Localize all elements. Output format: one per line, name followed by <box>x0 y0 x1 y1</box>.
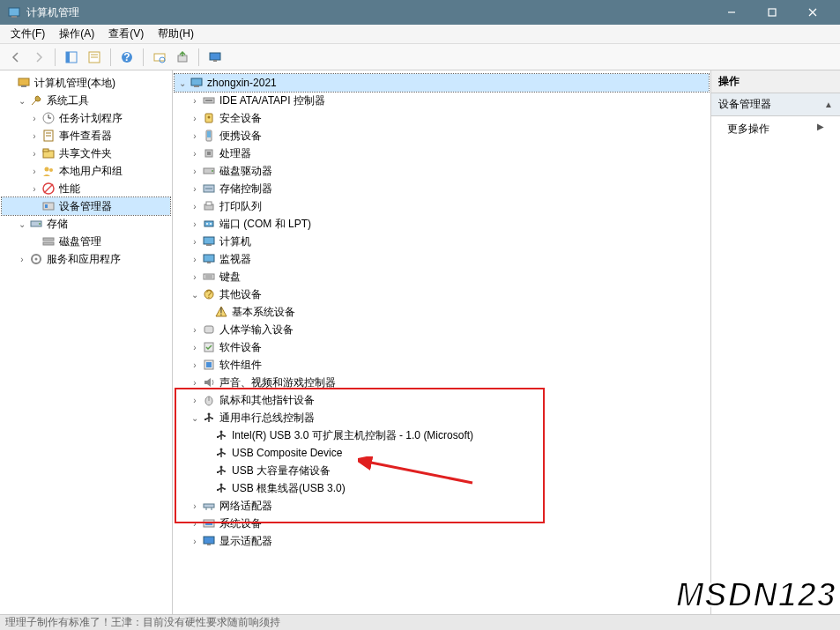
left-tree-row[interactable]: ›本地用户和组 <box>2 162 170 180</box>
monitor-button[interactable] <box>204 47 226 68</box>
left-tree-row[interactable]: 计算机管理(本地) <box>2 74 170 92</box>
center-tree-row[interactable]: ›存储控制器 <box>175 180 709 197</box>
actions-pane: 操作 设备管理器 ▲ 更多操作 ▶ <box>711 70 840 630</box>
expand-chevron-icon[interactable]: › <box>189 255 201 264</box>
center-tree-row[interactable]: ›安全设备 <box>175 109 709 127</box>
expand-chevron-icon[interactable]: › <box>189 96 201 106</box>
expand-chevron-icon[interactable]: › <box>189 167 201 176</box>
expand-chevron-icon[interactable]: › <box>189 343 201 352</box>
port-icon <box>202 217 216 231</box>
center-tree-row[interactable]: ›磁盘驱动器 <box>175 162 709 180</box>
center-tree-row[interactable]: ⌄?其他设备 <box>175 285 709 303</box>
center-tree-row[interactable]: ›鼠标和其他指针设备 <box>175 391 709 409</box>
center-tree-row[interactable]: Intel(R) USB 3.0 可扩展主机控制器 - 1.0 (Microso… <box>175 426 709 444</box>
svg-rect-78 <box>204 419 206 420</box>
actions-subheader[interactable]: 设备管理器 ▲ <box>711 93 840 116</box>
close-button[interactable] <box>792 0 833 25</box>
expand-chevron-icon[interactable]: ⌄ <box>189 290 201 300</box>
left-tree-row[interactable]: ›事件查看器 <box>2 127 170 145</box>
left-tree-row[interactable]: ›服务和应用程序 <box>2 250 170 268</box>
expand-chevron-icon[interactable]: › <box>28 184 41 194</box>
menu-action[interactable]: 操作(A) <box>52 25 101 43</box>
expand-chevron-icon[interactable]: › <box>28 167 41 176</box>
scan-hardware-button[interactable] <box>149 47 170 68</box>
left-tree-row[interactable]: ⌄存储 <box>2 215 170 233</box>
usb-icon <box>214 428 228 442</box>
expand-chevron-icon[interactable]: › <box>189 325 201 335</box>
center-tree-row[interactable]: ›计算机 <box>175 233 709 250</box>
center-tree-row[interactable]: ›处理器 <box>175 145 709 162</box>
center-tree-row[interactable]: ⌄通用串行总线控制器 <box>175 409 709 426</box>
left-tree-row[interactable]: ›共享文件夹 <box>2 145 170 162</box>
expand-chevron-icon[interactable]: › <box>28 114 41 123</box>
center-tree-row[interactable]: ›人体学输入设备 <box>175 321 709 338</box>
center-tree-row[interactable]: ›软件设备 <box>175 338 709 356</box>
window-title: 计算机管理 <box>26 5 711 20</box>
minimize-button[interactable] <box>711 0 752 25</box>
expand-chevron-icon[interactable]: ⌄ <box>176 78 189 88</box>
center-tree-row[interactable]: !基本系统设备 <box>175 303 709 321</box>
expand-chevron-icon[interactable]: › <box>189 202 201 211</box>
expand-chevron-icon[interactable]: › <box>189 360 201 370</box>
center-tree-row[interactable]: USB 根集线器(USB 3.0) <box>175 479 709 497</box>
center-tree-row[interactable]: ›显示适配器 <box>175 532 709 550</box>
expand-chevron-icon[interactable]: › <box>189 149 201 159</box>
center-tree-row[interactable]: ›声音、视频和游戏控制器 <box>175 374 709 391</box>
center-tree-row[interactable]: ›键盘 <box>175 268 709 285</box>
expand-chevron-icon[interactable]: › <box>189 378 201 388</box>
center-tree-row[interactable]: ›监视器 <box>175 250 709 268</box>
properties-button[interactable] <box>84 47 105 68</box>
center-tree-row[interactable]: ›IDE ATA/ATAPI 控制器 <box>175 92 709 109</box>
center-tree-label: 处理器 <box>219 146 256 161</box>
expand-chevron-icon[interactable]: › <box>189 396 201 405</box>
maximize-button[interactable] <box>752 0 792 25</box>
menu-view[interactable]: 查看(V) <box>101 25 151 43</box>
left-tree-row[interactable]: ⌄系统工具 <box>2 92 170 109</box>
center-tree-row[interactable]: ›系统设备 <box>175 515 709 532</box>
left-tree-row[interactable]: 设备管理器 <box>2 197 170 215</box>
svg-point-51 <box>212 170 213 172</box>
center-tree-label: USB Composite Device <box>232 447 347 459</box>
expand-chevron-icon[interactable]: › <box>189 537 201 546</box>
show-hide-tree-button[interactable] <box>61 47 82 68</box>
left-tree-label: 设备管理器 <box>59 199 117 214</box>
center-tree-row[interactable]: ›软件组件 <box>175 356 709 374</box>
expand-chevron-icon[interactable]: › <box>28 131 41 141</box>
left-tree-pane[interactable]: 计算机管理(本地)⌄系统工具›任务计划程序›事件查看器›共享文件夹›本地用户和组… <box>0 70 173 630</box>
storage-icon <box>29 217 43 231</box>
center-tree-row[interactable]: USB 大容量存储设备 <box>175 462 709 479</box>
left-tree-row[interactable]: 磁盘管理 <box>2 233 170 250</box>
expand-chevron-icon[interactable]: ⌄ <box>16 96 28 106</box>
expand-chevron-icon[interactable]: › <box>189 519 201 529</box>
expand-chevron-icon[interactable]: › <box>189 114 201 123</box>
expand-chevron-icon[interactable]: ⌄ <box>189 413 201 423</box>
back-button[interactable] <box>5 47 26 68</box>
center-tree-row[interactable]: ›打印队列 <box>175 197 709 215</box>
left-tree-row[interactable]: ›性能 <box>2 180 170 197</box>
expand-chevron-icon[interactable]: › <box>189 501 201 511</box>
expand-chevron-icon[interactable]: › <box>16 255 28 264</box>
expand-chevron-icon[interactable]: ⌄ <box>16 219 28 229</box>
menu-help[interactable]: 帮助(H) <box>151 25 201 43</box>
center-tree-row[interactable]: USB Composite Device <box>175 444 709 462</box>
center-tree-row[interactable]: ›端口 (COM 和 LPT) <box>175 215 709 233</box>
expand-chevron-icon[interactable]: › <box>189 237 201 247</box>
update-driver-button[interactable] <box>172 47 193 68</box>
help-button[interactable]: ? <box>116 47 138 68</box>
expand-chevron-icon[interactable]: › <box>28 149 41 159</box>
center-tree-row[interactable]: ⌄zhongxin-2021 <box>175 74 709 92</box>
perf-icon <box>41 182 56 196</box>
display-icon <box>202 534 216 548</box>
expand-chevron-icon[interactable]: › <box>189 184 201 194</box>
center-tree-pane[interactable]: ⌄zhongxin-2021›IDE ATA/ATAPI 控制器›安全设备›便携… <box>173 70 711 630</box>
center-tree-row[interactable]: ›便携设备 <box>175 127 709 145</box>
forward-button[interactable] <box>28 47 49 68</box>
expand-chevron-icon[interactable]: › <box>189 272 201 282</box>
expand-chevron-icon[interactable]: › <box>189 131 201 141</box>
left-tree-row[interactable]: ›任务计划程序 <box>2 109 170 127</box>
expand-chevron-icon[interactable]: › <box>189 219 201 229</box>
center-tree-row[interactable]: ›网络适配器 <box>175 497 709 515</box>
menu-file[interactable]: 文件(F) <box>4 25 52 43</box>
more-actions-item[interactable]: 更多操作 ▶ <box>711 116 840 142</box>
collapse-icon[interactable]: ▲ <box>824 100 833 109</box>
